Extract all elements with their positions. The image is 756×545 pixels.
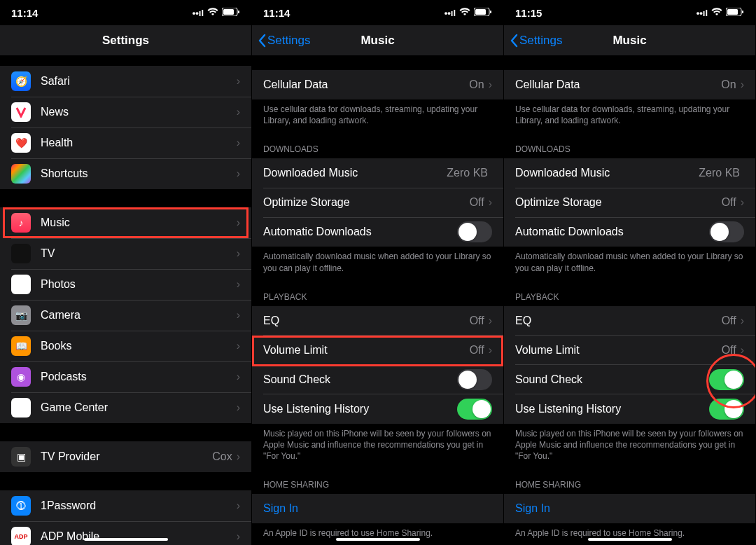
chevron-right-icon: › xyxy=(237,247,240,260)
volume-limit-row[interactable]: Volume Limit Off › xyxy=(504,336,755,365)
svg-rect-7 xyxy=(727,9,738,15)
row-label: Photos xyxy=(41,278,237,291)
sign-in-row[interactable]: Sign In xyxy=(504,494,755,523)
chevron-right-icon: › xyxy=(237,75,240,88)
wifi-icon xyxy=(459,8,470,18)
home-indicator[interactable] xyxy=(336,538,420,541)
automatic-downloads-toggle[interactable] xyxy=(457,221,492,242)
optimize-storage-row[interactable]: Optimize Storage Off › xyxy=(252,188,503,217)
chevron-right-icon: › xyxy=(237,216,240,229)
settings-item-podcasts[interactable]: ◉ Podcasts › xyxy=(0,361,251,392)
chevron-right-icon: › xyxy=(489,78,492,91)
home-indicator[interactable] xyxy=(84,538,168,541)
safari-icon: 🧭 xyxy=(11,71,31,91)
settings-item-safari[interactable]: 🧭 Safari › xyxy=(0,66,251,97)
podcasts-icon: ◉ xyxy=(11,367,31,387)
chevron-right-icon: › xyxy=(237,530,240,543)
row-value: Off xyxy=(470,344,484,357)
volume-limit-row[interactable]: Volume Limit Off › xyxy=(252,336,503,365)
settings-list[interactable]: 🧭 Safari › News › ❤️ Health › Shortcuts … xyxy=(0,56,251,545)
row-label: Optimize Storage xyxy=(515,196,722,209)
listening-history-row[interactable]: Use Listening History xyxy=(504,394,755,424)
back-button[interactable]: Settings xyxy=(258,34,310,48)
settings-item-health[interactable]: ❤️ Health › xyxy=(0,127,251,158)
row-value: Off xyxy=(470,196,484,209)
settings-item-game-center[interactable]: ✦ Game Center › xyxy=(0,392,251,423)
sound-check-toggle[interactable] xyxy=(457,369,492,390)
chevron-right-icon: › xyxy=(237,309,240,322)
signal-icon: ••ıl xyxy=(192,8,204,18)
downloaded-music-row[interactable]: Downloaded Music Zero KB xyxy=(504,158,755,188)
row-value: Off xyxy=(470,315,484,327)
music-icon: ♪ xyxy=(11,213,31,233)
row-label: Podcasts xyxy=(41,371,237,383)
chevron-right-icon: › xyxy=(237,499,240,512)
chevron-right-icon: › xyxy=(741,344,744,357)
music-settings-list[interactable]: Cellular Data On › Use cellular data for… xyxy=(504,56,755,545)
sound-check-row[interactable]: Sound Check xyxy=(504,365,755,394)
settings-item-camera[interactable]: 📷 Camera › xyxy=(0,300,251,331)
eq-row[interactable]: EQ Off › xyxy=(504,306,755,336)
row-label: Camera xyxy=(41,309,237,322)
chevron-right-icon: › xyxy=(741,196,744,209)
row-label: Optimize Storage xyxy=(263,196,470,209)
camera-icon: 📷 xyxy=(11,305,31,325)
eq-row[interactable]: EQ Off › xyxy=(252,306,503,336)
row-label: News xyxy=(41,106,237,118)
optimize-storage-row[interactable]: Optimize Storage Off › xyxy=(504,188,755,217)
chevron-right-icon: › xyxy=(741,315,744,327)
row-label: TV Provider xyxy=(41,450,212,463)
settings-item-1password[interactable]: ⓵ 1Password › xyxy=(0,490,251,521)
downloaded-music-row[interactable]: Downloaded Music Zero KB xyxy=(252,158,503,188)
settings-item-photos[interactable]: ❋ Photos › xyxy=(0,269,251,300)
row-label: Books xyxy=(41,340,237,352)
row-label: Game Center xyxy=(41,401,237,414)
sign-in-link[interactable]: Sign In xyxy=(263,502,298,515)
listening-history-toggle[interactable] xyxy=(457,399,492,420)
status-bar: 11:15 ••ıl xyxy=(504,0,755,25)
automatic-downloads-row[interactable]: Automatic Downloads xyxy=(504,217,755,247)
sign-in-row[interactable]: Sign In xyxy=(252,494,503,523)
settings-item-news[interactable]: News › xyxy=(0,97,251,127)
back-button[interactable]: Settings xyxy=(510,34,562,48)
nav-bar: Settings Music xyxy=(252,25,503,56)
chevron-right-icon: › xyxy=(489,344,492,357)
settings-item-tv-provider[interactable]: ▣ TV Provider Cox › xyxy=(0,441,251,472)
chevron-right-icon: › xyxy=(489,315,492,327)
listening-history-toggle[interactable] xyxy=(709,399,744,420)
settings-item-shortcuts[interactable]: Shortcuts › xyxy=(0,158,251,189)
row-label: Safari xyxy=(41,75,237,88)
row-label: Cellular Data xyxy=(263,78,469,91)
settings-item-tv[interactable]: TV › xyxy=(0,238,251,269)
chevron-right-icon: › xyxy=(237,137,240,149)
playback-header: PLAYBACK xyxy=(252,280,503,306)
1password-icon: ⓵ xyxy=(11,496,31,516)
row-label: Shortcuts xyxy=(41,167,237,180)
sound-check-toggle[interactable] xyxy=(709,369,744,390)
music-settings-list[interactable]: Cellular Data On › Use cellular data for… xyxy=(252,56,503,545)
sign-in-link[interactable]: Sign In xyxy=(515,502,550,515)
svg-rect-1 xyxy=(223,9,234,15)
phone-music-settings-a: 11:14 ••ıl Settings Music Cellular Data … xyxy=(252,0,504,545)
health-icon: ❤️ xyxy=(11,133,31,153)
cellular-data-row[interactable]: Cellular Data On › xyxy=(252,70,503,99)
playback-header: PLAYBACK xyxy=(504,280,755,306)
chevron-right-icon: › xyxy=(237,106,240,118)
battery-icon xyxy=(222,8,240,18)
sound-check-row[interactable]: Sound Check xyxy=(252,365,503,394)
automatic-downloads-toggle[interactable] xyxy=(709,221,744,242)
listening-history-row[interactable]: Use Listening History xyxy=(252,394,503,424)
automatic-downloads-row[interactable]: Automatic Downloads xyxy=(252,217,503,247)
settings-item-books[interactable]: 📖 Books › xyxy=(0,331,251,361)
row-label: Volume Limit xyxy=(263,344,470,357)
settings-item-music[interactable]: ♪ Music › xyxy=(0,207,251,238)
status-icons: ••ıl xyxy=(192,8,240,18)
row-value: Off xyxy=(722,344,736,357)
home-indicator[interactable] xyxy=(588,538,672,541)
signal-icon: ••ıl xyxy=(696,8,708,18)
row-value: Off xyxy=(722,315,736,327)
settings-item-adp[interactable]: ADP ADP Mobile › xyxy=(0,521,251,545)
history-footer: Music played on this iPhone will be seen… xyxy=(252,424,503,468)
cellular-data-row[interactable]: Cellular Data On › xyxy=(504,70,755,99)
svg-rect-2 xyxy=(238,11,239,13)
